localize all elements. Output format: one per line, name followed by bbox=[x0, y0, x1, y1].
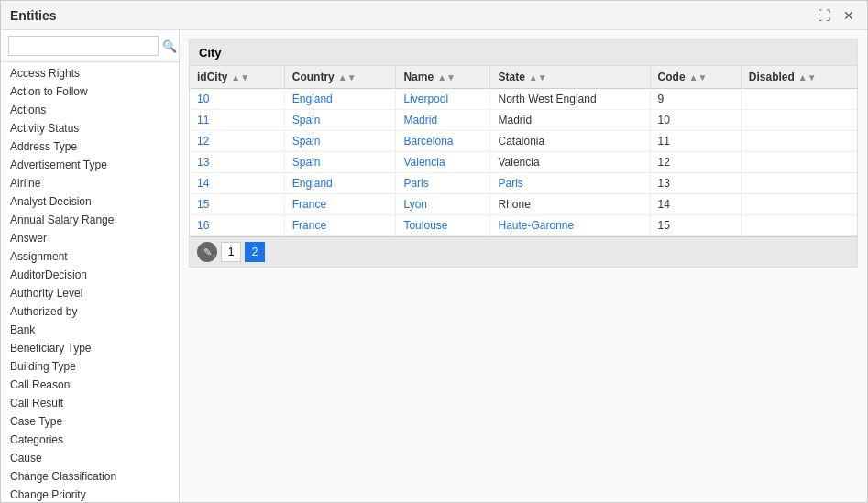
table-cell: 10 bbox=[650, 110, 741, 131]
table-row: 10EnglandLiverpoolNorth West England9 bbox=[190, 89, 857, 110]
table-cell: Valencia bbox=[490, 152, 650, 173]
column-header-idcity[interactable]: idCity▲▼ bbox=[190, 66, 284, 89]
sidebar: 🔍 Access RightsAction to FollowActionsAc… bbox=[1, 30, 180, 502]
table-cell bbox=[741, 131, 857, 152]
table-body: 10EnglandLiverpoolNorth West England911S… bbox=[190, 89, 857, 236]
entities-window: Entities ⛶ ✕ 🔍 Access RightsAction to Fo… bbox=[0, 0, 868, 503]
edit-button[interactable]: ✎ bbox=[197, 242, 217, 262]
table-cell bbox=[741, 110, 857, 131]
table-cell: 14 bbox=[650, 194, 741, 215]
city-table: idCity▲▼Country▲▼Name▲▼State▲▼Code▲▼Disa… bbox=[190, 66, 857, 236]
sidebar-item-call-reason[interactable]: Call Reason bbox=[1, 376, 179, 394]
sort-icon: ▲▼ bbox=[338, 72, 357, 82]
sort-icon: ▲▼ bbox=[231, 72, 249, 82]
table-cell: Madrid bbox=[490, 110, 650, 131]
table-cell: 15 bbox=[650, 215, 741, 236]
table-cell[interactable]: France bbox=[284, 194, 396, 215]
table-cell: Catalonia bbox=[490, 131, 650, 152]
column-header-country[interactable]: Country▲▼ bbox=[284, 66, 396, 89]
sort-icon: ▲▼ bbox=[529, 72, 547, 82]
sidebar-item-bank[interactable]: Bank bbox=[1, 321, 179, 339]
table-cell[interactable]: Toulouse bbox=[396, 215, 490, 236]
column-header-disabled[interactable]: Disabled▲▼ bbox=[741, 66, 857, 89]
sidebar-item-case-type[interactable]: Case Type bbox=[1, 412, 179, 431]
page-1-button[interactable]: 1 bbox=[221, 242, 241, 262]
table-cell[interactable]: Haute-Garonne bbox=[490, 215, 650, 236]
table-row: 15FranceLyonRhone14 bbox=[190, 194, 857, 215]
table-cell[interactable]: England bbox=[284, 89, 396, 110]
sidebar-item-airline[interactable]: Airline bbox=[1, 174, 179, 192]
table-row: 12SpainBarcelonaCatalonia11 bbox=[190, 131, 857, 152]
table-cell[interactable]: Spain bbox=[284, 152, 396, 173]
table-cell[interactable]: Paris bbox=[490, 173, 650, 194]
sort-icon: ▲▼ bbox=[689, 72, 708, 82]
sidebar-item-categories[interactable]: Categories bbox=[1, 431, 179, 449]
sidebar-item-advertisement-type[interactable]: Advertisement Type bbox=[1, 156, 179, 174]
table-cell[interactable]: 13 bbox=[190, 152, 284, 173]
close-button[interactable]: ✕ bbox=[840, 6, 858, 25]
table-cell[interactable]: 14 bbox=[190, 173, 284, 194]
table-cell[interactable]: Spain bbox=[284, 131, 396, 152]
column-header-code[interactable]: Code▲▼ bbox=[650, 66, 741, 89]
pagination-row: ✎ 1 2 bbox=[190, 236, 857, 267]
search-input[interactable] bbox=[8, 36, 159, 56]
main-panel: City idCity▲▼Country▲▼Name▲▼State▲▼Code▲… bbox=[180, 30, 867, 502]
sidebar-item-auditordecision[interactable]: AuditorDecision bbox=[1, 266, 179, 284]
table-cell: 11 bbox=[650, 131, 741, 152]
sidebar-item-call-result[interactable]: Call Result bbox=[1, 394, 179, 412]
table-row: 14EnglandParisParis13 bbox=[190, 173, 857, 194]
table-cell: 13 bbox=[650, 173, 741, 194]
sidebar-item-cause[interactable]: Cause bbox=[1, 449, 179, 467]
table-cell[interactable]: 11 bbox=[190, 110, 284, 131]
sidebar-item-action-to-follow[interactable]: Action to Follow bbox=[1, 82, 179, 101]
table-cell bbox=[741, 152, 857, 173]
sidebar-item-beneficiary-type[interactable]: Beneficiary Type bbox=[1, 339, 179, 357]
table-cell[interactable]: England bbox=[284, 173, 396, 194]
sidebar-item-address-type[interactable]: Address Type bbox=[1, 137, 179, 156]
table-cell[interactable]: Valencia bbox=[396, 152, 490, 173]
sidebar-item-analyst-decision[interactable]: Analyst Decision bbox=[1, 192, 179, 211]
table-cell[interactable]: Spain bbox=[284, 110, 396, 131]
sidebar-item-activity-status[interactable]: Activity Status bbox=[1, 119, 179, 137]
table-cell: 12 bbox=[650, 152, 741, 173]
table-cell[interactable]: France bbox=[284, 215, 396, 236]
table-cell[interactable]: Paris bbox=[396, 173, 490, 194]
sidebar-item-annual-salary-range[interactable]: Annual Salary Range bbox=[1, 211, 179, 229]
table-cell[interactable]: Barcelona bbox=[396, 131, 490, 152]
table-cell: North West England bbox=[490, 89, 650, 110]
table-cell: 9 bbox=[650, 89, 741, 110]
sidebar-item-change-priority[interactable]: Change Priority bbox=[1, 486, 179, 502]
expand-button[interactable]: ⛶ bbox=[814, 6, 834, 25]
table-cell[interactable]: 12 bbox=[190, 131, 284, 152]
sidebar-item-answer[interactable]: Answer bbox=[1, 229, 179, 247]
table-container: City idCity▲▼Country▲▼Name▲▼State▲▼Code▲… bbox=[189, 39, 858, 268]
table-cell bbox=[741, 173, 857, 194]
sort-icon: ▲▼ bbox=[798, 72, 817, 82]
column-header-state[interactable]: State▲▼ bbox=[490, 66, 650, 89]
sidebar-item-access-rights[interactable]: Access Rights bbox=[1, 64, 179, 82]
sidebar-list: Access RightsAction to FollowActionsActi… bbox=[1, 62, 179, 502]
table-cell bbox=[741, 194, 857, 215]
sidebar-item-building-type[interactable]: Building Type bbox=[1, 357, 179, 376]
table-header-row: idCity▲▼Country▲▼Name▲▼State▲▼Code▲▼Disa… bbox=[190, 66, 857, 89]
sidebar-item-assignment[interactable]: Assignment bbox=[1, 247, 179, 266]
page-2-button[interactable]: 2 bbox=[245, 242, 265, 262]
table-cell[interactable]: 10 bbox=[190, 89, 284, 110]
table-cell[interactable]: Madrid bbox=[396, 110, 490, 131]
table-cell[interactable]: 15 bbox=[190, 194, 284, 215]
search-icon: 🔍 bbox=[162, 39, 177, 53]
table-row: 13SpainValenciaValencia12 bbox=[190, 152, 857, 173]
window-title: Entities bbox=[10, 8, 57, 23]
table-cell[interactable]: 16 bbox=[190, 215, 284, 236]
table-cell[interactable]: Lyon bbox=[396, 194, 490, 215]
sort-icon: ▲▼ bbox=[437, 72, 456, 82]
title-bar-controls: ⛶ ✕ bbox=[814, 6, 858, 25]
main-content: 🔍 Access RightsAction to FollowActionsAc… bbox=[1, 30, 867, 502]
sidebar-item-actions[interactable]: Actions bbox=[1, 101, 179, 119]
sidebar-item-authority-level[interactable]: Authority Level bbox=[1, 284, 179, 302]
sidebar-item-change-classification[interactable]: Change Classification bbox=[1, 467, 179, 486]
table-title: City bbox=[190, 40, 857, 66]
table-cell[interactable]: Liverpool bbox=[396, 89, 490, 110]
column-header-name[interactable]: Name▲▼ bbox=[396, 66, 490, 89]
sidebar-item-authorized-by[interactable]: Authorized by bbox=[1, 302, 179, 321]
